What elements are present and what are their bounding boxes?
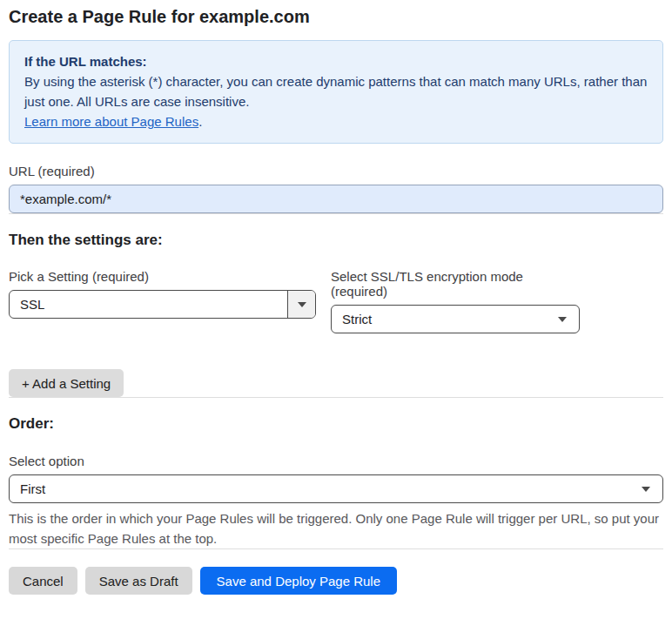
create-page-rule-page: Create a Page Rule for example.com If th… — [0, 0, 672, 595]
url-match-info-box: If the URL matches: By using the asteris… — [9, 40, 663, 144]
settings-heading: Then the settings are: — [9, 232, 663, 249]
settings-selects-row: Pick a Setting (required) SSL Select SSL… — [9, 269, 663, 333]
footer-actions: Cancel Save as Draft Save and Deploy Pag… — [9, 567, 663, 595]
pick-setting-label: Pick a Setting (required) — [9, 269, 316, 284]
pick-setting-group: Pick a Setting (required) SSL — [9, 269, 316, 333]
section-divider — [9, 548, 663, 549]
chevron-down-icon — [558, 317, 567, 322]
pick-setting-dropdown-button[interactable] — [287, 291, 315, 318]
ssl-mode-group: Select SSL/TLS encryption mode (required… — [331, 269, 580, 333]
section-divider — [9, 213, 663, 214]
order-select-group: Select option First — [9, 454, 663, 503]
save-deploy-button[interactable]: Save and Deploy Page Rule — [200, 567, 397, 595]
section-divider — [9, 397, 663, 398]
order-select-label: Select option — [9, 454, 663, 468]
info-box-body: By using the asterisk (*) character, you… — [24, 71, 648, 111]
url-label: URL (required) — [9, 164, 663, 178]
order-select-value: First — [20, 481, 45, 496]
ssl-mode-value: Strict — [342, 312, 372, 326]
order-help-text: This is the order in which your Page Rul… — [9, 508, 663, 548]
url-field-group: URL (required) — [9, 164, 663, 213]
order-heading: Order: — [9, 415, 663, 433]
url-input[interactable] — [9, 185, 663, 213]
order-select[interactable]: First — [9, 474, 663, 503]
pick-setting-value: SSL — [20, 297, 44, 312]
learn-more-link[interactable]: Learn more about Page Rules — [24, 114, 198, 129]
save-draft-button[interactable]: Save as Draft — [85, 567, 192, 595]
cancel-button[interactable]: Cancel — [9, 567, 77, 595]
link-period: . — [198, 114, 202, 129]
pick-setting-select[interactable]: SSL — [9, 290, 316, 319]
ssl-mode-label: Select SSL/TLS encryption mode (required… — [331, 269, 580, 299]
chevron-down-icon — [298, 302, 306, 307]
add-setting-button[interactable]: + Add a Setting — [9, 369, 124, 397]
ssl-mode-select[interactable]: Strict — [331, 305, 580, 333]
info-box-heading: If the URL matches: — [24, 51, 648, 71]
chevron-down-icon — [642, 487, 650, 492]
page-title: Create a Page Rule for example.com — [9, 7, 663, 27]
info-box-link-line: Learn more about Page Rules. — [24, 111, 648, 131]
